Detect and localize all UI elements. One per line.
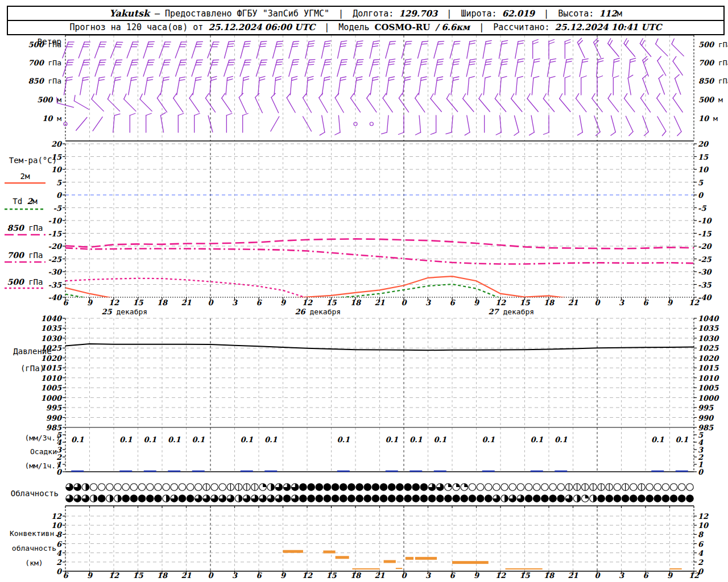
date-label: 27 декабря (488, 307, 534, 316)
pressure-ytick-right: 1030 (698, 334, 718, 342)
legend-td2m: Td 2м (13, 197, 37, 206)
temp-ytick-left: -15 (48, 229, 62, 238)
hour-tick-label-bottom: 15 (519, 571, 530, 580)
pressure-ytick-left: 1005 (41, 384, 61, 392)
temp-ytick-left: -30 (48, 268, 62, 276)
hour-tick-label: 15 (133, 298, 143, 307)
precip-value-label: 0.1 (433, 435, 446, 444)
precip-value-label: 0.1 (119, 435, 133, 444)
pressure-ytick-right: 1010 (698, 373, 718, 382)
hour-tick-label-bottom: 18 (157, 571, 167, 580)
run-time: 25.12.2024 06:00 UTC (208, 22, 315, 32)
pressure-ytick-left: 1015 (41, 364, 61, 372)
hour-tick-label: 21 (374, 298, 384, 307)
convective-ytick-left: 4 (56, 548, 61, 557)
temp-ytick-left: -25 (48, 255, 62, 263)
temp-ytick-left: -5 (53, 203, 61, 212)
precip-value-label: 0.1 (482, 435, 495, 444)
longitude-value: 129.703 (399, 9, 437, 19)
hour-tick-label: 9 (87, 298, 92, 307)
hour-tick-label-bottom: 12 (495, 571, 506, 580)
pressure-ytick-left: 1020 (41, 354, 61, 362)
hour-tick-label-bottom: 0 (594, 571, 599, 580)
temp-ytick-left: -40 (48, 293, 62, 302)
wind-level-label-right: 850 гПа (698, 77, 728, 85)
temp-ytick-right: 15 (698, 152, 708, 161)
temp-panel-title: Тем-ра(°C) (9, 156, 57, 165)
pressure-ytick-left: 995 (46, 404, 61, 412)
convective-ytick-left: 0 (56, 567, 61, 576)
provider-text: — Предоставлено ФГБУ "ЗапСиб УГМС" (155, 9, 329, 19)
hour-tick-label-bottom: 6 (256, 571, 261, 580)
hour-tick-label: 21 (181, 298, 191, 307)
precip-value-label: 0.1 (71, 435, 84, 444)
precip-label-1: (мм/3ч.) (24, 434, 60, 442)
temp-ytick-left: 20 (51, 140, 61, 148)
hour-tick-label-bottom: 21 (181, 571, 191, 580)
altitude-label: Высота: (558, 9, 594, 19)
model-label: Модель (338, 22, 369, 32)
hour-tick-label-bottom: 21 (374, 571, 384, 580)
wind-level-label-right: 10 м (698, 114, 718, 123)
hour-tick-label-bottom: 18 (544, 571, 554, 580)
precip-value-label: 0.1 (530, 435, 543, 444)
hour-tick-label: 3 (619, 298, 624, 307)
hour-tick-label-bottom: 21 (568, 571, 578, 580)
forecast-label: Прогноз на 120 часа(ов) от (70, 22, 204, 32)
hour-tick-label: 0 (208, 298, 213, 307)
hour-tick-label: 6 (63, 298, 68, 307)
precip-ytick-right: 0 (698, 468, 703, 476)
hour-tick-label: 9 (474, 298, 479, 307)
precip-label-3: (мм/1ч.) (24, 462, 60, 470)
cloud-panel-title: Облачность (11, 489, 59, 498)
precip-value-label: 0.1 (337, 435, 350, 444)
precip-value-label: 0.1 (143, 435, 156, 444)
wind-level-label-right: 500 гПа (698, 40, 728, 49)
hour-tick-label-bottom: 9 (87, 571, 92, 580)
temp-ytick-right: 10 (698, 165, 708, 174)
hour-tick-label: 6 (643, 298, 648, 307)
convective-ytick-left: 2 (56, 558, 61, 566)
wind-level-label-left: 500 м (37, 95, 61, 104)
wind-level-label-right: 500 м (698, 95, 723, 104)
hour-tick-label-bottom: 0 (401, 571, 406, 580)
temp-ytick-right: 5 (698, 178, 703, 186)
convective-ytick-left: 10 (51, 521, 61, 530)
temp-ytick-left: -10 (48, 217, 62, 225)
temp-ytick-right: -40 (698, 293, 712, 302)
altitude-value: 112 (599, 9, 617, 19)
wind-level-label-left: 700 гПа (28, 59, 61, 67)
hour-tick-label: 12 (302, 298, 312, 307)
header-box: Yakutsk — Предоставлено ФГБУ "ЗапСиб УГМ… (7, 6, 725, 35)
hour-tick-label: 15 (326, 298, 336, 307)
precip-value-label: 0.1 (264, 435, 278, 444)
convective-ytick-left: 8 (56, 530, 61, 539)
wind-level-label-left: 10 м (42, 114, 61, 123)
model-name: COSMO-RU (375, 22, 431, 32)
precip-value-label: 0.1 (192, 435, 205, 444)
pressure-ytick-left: 1040 (41, 314, 61, 323)
pressure-ytick-left: 1025 (41, 344, 61, 352)
precip-value-label: 0.1 (385, 435, 398, 444)
hour-tick-label-bottom: 12 (109, 571, 119, 580)
hour-tick-label: 18 (544, 298, 554, 307)
hour-tick-label: 3 (425, 298, 431, 307)
meteogram-page: Yakutsk — Предоставлено ФГБУ "ЗапСиб УГМ… (0, 0, 728, 582)
temp-ytick-right: -30 (698, 268, 712, 276)
hour-tick-label: 0 (401, 298, 406, 307)
hour-tick-label-bottom: 9 (667, 571, 672, 580)
legend-t2m: 2м (20, 172, 30, 181)
pressure-ytick-left: 990 (46, 413, 61, 422)
hour-tick-label: 12 (689, 298, 699, 307)
hour-tick-label-bottom: 6 (63, 571, 68, 580)
pressure-ytick-right: 1025 (698, 344, 718, 352)
longitude-label: Долгота: (353, 9, 394, 19)
hour-tick-label: 18 (350, 298, 361, 307)
temp-ytick-right: -15 (698, 229, 712, 238)
header-line-2: Прогноз на 120 часа(ов) от 25.12.2024 06… (8, 21, 723, 34)
hour-tick-label-bottom: 3 (425, 571, 431, 580)
convective-label-3: (км) (25, 559, 43, 567)
precip-value-label: 0.1 (651, 435, 664, 444)
hour-tick-label: 9 (667, 298, 672, 307)
temp-ytick-right: -25 (698, 255, 712, 263)
